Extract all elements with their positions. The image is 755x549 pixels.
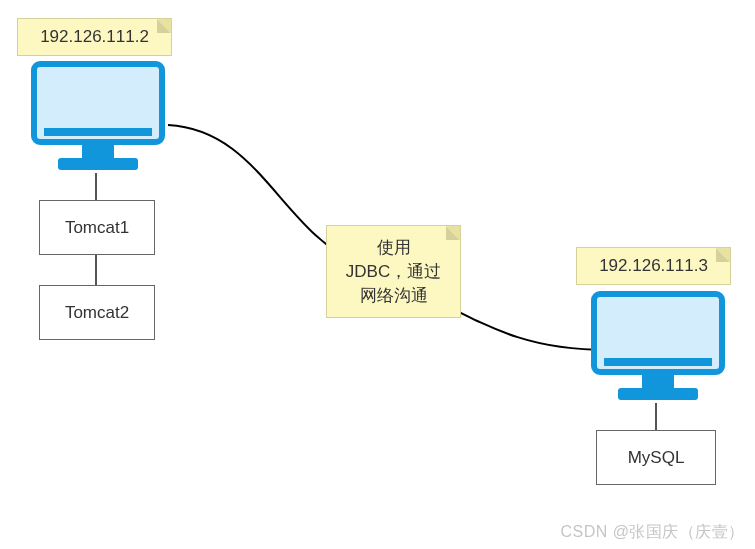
svg-rect-7 (604, 358, 712, 366)
jdbc-note-line2: JDBC，通过 (335, 260, 452, 284)
jdbc-note-line3: 网络沟通 (335, 284, 452, 308)
mysql-box: MySQL (596, 430, 716, 485)
jdbc-note: 使用 JDBC，通过 网络沟通 (326, 225, 461, 318)
svg-rect-6 (618, 388, 698, 400)
svg-rect-5 (642, 374, 674, 388)
watermark-text: CSDN @张国庆（庆壹） (560, 522, 745, 543)
ip-text-right: 192.126.111.3 (599, 256, 708, 275)
ip-note-right: 192.126.111.3 (576, 247, 731, 285)
monitor-icon-right (588, 288, 728, 407)
mysql-label: MySQL (628, 448, 685, 468)
connector-monitor-mysql (655, 403, 657, 431)
jdbc-note-line1: 使用 (335, 236, 452, 260)
